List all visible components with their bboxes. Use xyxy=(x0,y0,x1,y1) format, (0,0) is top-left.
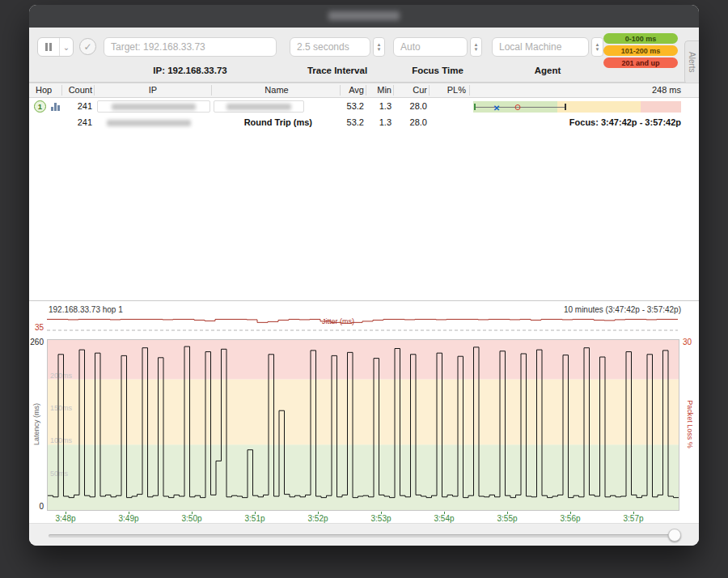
max-tick xyxy=(565,104,566,110)
column-divider xyxy=(469,85,470,96)
time-axis: 3:48p3:49p3:50p3:51p3:52p3:53p3:54p3:55p… xyxy=(47,512,678,524)
time-axis-label: 3:48p xyxy=(48,514,83,523)
desktop-background: ⌄ ✓ Target: 192.168.33.73 2.5 seconds ▲▼… xyxy=(0,0,728,578)
summary-avg: 53.2 xyxy=(341,117,364,127)
time-axis-label: 3:54p xyxy=(426,514,462,523)
summary-count: 241 xyxy=(63,117,92,127)
time-axis-label: 3:56p xyxy=(552,514,588,523)
hop-number-badge: 1 xyxy=(34,100,46,113)
hop-cur: 28.0 xyxy=(395,101,427,111)
toolbar: ⌄ ✓ Target: 192.168.33.73 2.5 seconds ▲▼… xyxy=(29,28,699,83)
time-axis-label: 3:57p xyxy=(616,514,651,523)
trace-interval-field[interactable]: 2.5 seconds xyxy=(290,37,370,57)
min-tick xyxy=(474,104,476,110)
packet-loss-axis-label: Packet Loss % xyxy=(686,400,694,448)
col-ip: IP xyxy=(97,85,209,95)
stepper-down-icon: ▼ xyxy=(474,47,479,52)
legend-green: 0-100 ms xyxy=(603,33,678,44)
jitter-line-chart xyxy=(47,317,678,334)
summary-cur: 28.0 xyxy=(395,117,427,127)
redacted-text xyxy=(112,104,196,110)
svg-text:50ms: 50ms xyxy=(50,470,69,478)
latency-legend: 0-100 ms 101-200 ms 201 and up xyxy=(603,33,678,68)
stepper-down-icon: ▼ xyxy=(377,47,382,52)
graph-time-range: 10 minutes (3:47:42p - 3:57:42p) xyxy=(564,305,681,314)
focus-time-stepper[interactable]: ▲▼ xyxy=(470,37,482,57)
col-name: Name xyxy=(214,85,340,95)
column-divider xyxy=(211,85,212,96)
time-axis-label: 3:53p xyxy=(363,514,399,523)
svg-text:200ms: 200ms xyxy=(50,372,73,380)
summary-min: 1.3 xyxy=(367,117,392,127)
col-count: Count xyxy=(63,85,92,95)
focus-time-label: Focus Time xyxy=(393,66,482,75)
svg-text:150ms: 150ms xyxy=(50,404,73,412)
check-icon: ✓ xyxy=(83,41,91,53)
packet-loss-max-label: 30 xyxy=(683,338,697,346)
svg-text:100ms: 100ms xyxy=(50,436,73,444)
round-trip-label: Round Trip (ms) xyxy=(214,117,312,127)
time-axis-label: 3:55p xyxy=(489,514,525,523)
pause-button-group: ⌄ xyxy=(37,37,74,57)
legend-yellow: 101-200 ms xyxy=(603,45,678,56)
hop-avg: 53.2 xyxy=(341,101,364,111)
time-axis-label: 3:50p xyxy=(174,514,210,523)
summary-ip-redacted xyxy=(107,120,191,126)
hop-latency-row-bar: ✕ xyxy=(473,101,681,113)
time-axis-label: 3:51p xyxy=(237,514,273,523)
column-divider xyxy=(429,85,430,96)
latency-line-chart: 50ms100ms150ms200ms xyxy=(48,340,679,510)
table-header: Hop Count IP Name Avg Min Cur PL% 248 ms xyxy=(29,83,699,98)
bar-chart-icon[interactable] xyxy=(51,103,60,111)
timeline-scrollbar-knob[interactable] xyxy=(668,529,681,542)
column-divider xyxy=(340,85,341,96)
col-avg: Avg xyxy=(341,85,364,95)
time-axis-label: 3:49p xyxy=(111,514,146,523)
round-trip-row[interactable]: 241 Round Trip (ms) 53.2 1.3 28.0 Focus:… xyxy=(29,115,699,131)
app-window: ⌄ ✓ Target: 192.168.33.73 2.5 seconds ▲▼… xyxy=(29,5,699,546)
window-titlebar[interactable] xyxy=(29,5,699,28)
focus-time-field[interactable]: Auto xyxy=(393,37,468,57)
hop-table-row[interactable]: 1 241 53.2 1.3 28.0 ✕ xyxy=(29,99,699,115)
hop-ip-redacted[interactable] xyxy=(97,100,210,113)
col-cur: Cur xyxy=(395,85,427,95)
column-divider xyxy=(393,85,394,96)
col-hop: Hop xyxy=(36,85,63,95)
target-input[interactable]: Target: 192.168.33.73 xyxy=(104,37,277,57)
timeline-scrollbar-area xyxy=(29,523,699,546)
cur-marker-x-icon: ✕ xyxy=(493,104,500,113)
timeline-scrollbar-track[interactable] xyxy=(49,534,679,538)
jitter-axis-label: 35 xyxy=(29,323,44,332)
latency-band-red xyxy=(641,101,681,113)
ip-label: IP: 192.168.33.73 xyxy=(104,66,277,75)
focus-range-label: Focus: 3:47:42p - 3:57:42p xyxy=(473,117,681,127)
trace-interval-stepper[interactable]: ▲▼ xyxy=(373,37,385,57)
redacted-text xyxy=(226,104,291,110)
legend-red: 201 and up xyxy=(603,57,678,68)
agent-label: Agent xyxy=(492,66,603,75)
hop-name-redacted[interactable] xyxy=(214,100,304,113)
jitter-graph xyxy=(47,317,678,334)
agent-field[interactable]: Local Machine xyxy=(492,37,589,57)
hop-min: 1.3 xyxy=(367,101,392,111)
chevron-down-icon: ⌄ xyxy=(63,43,70,52)
column-divider xyxy=(61,85,62,96)
graph-title: 192.168.33.73 hop 1 xyxy=(49,305,123,314)
agent-stepper[interactable]: ▲▼ xyxy=(591,37,603,57)
avg-marker-circle-icon xyxy=(515,104,521,110)
col-pl: PL% xyxy=(430,85,466,95)
column-divider xyxy=(366,85,366,96)
y-axis-min-label: 0 xyxy=(29,502,44,511)
timeline-graph-panel: 192.168.33.73 hop 1 10 minutes (3:47:42p… xyxy=(29,300,699,523)
jitter-series-label: Jitter (ms) xyxy=(322,317,354,325)
alerts-tab[interactable]: Alerts xyxy=(684,40,699,84)
hop-count: 241 xyxy=(63,101,92,111)
latency-scale-label: 248 ms xyxy=(473,85,681,95)
pause-button[interactable] xyxy=(38,38,60,56)
latency-band-yellow xyxy=(557,101,641,113)
time-axis-label: 3:52p xyxy=(300,514,336,523)
latency-timeline-chart[interactable]: 50ms100ms150ms200ms xyxy=(47,339,679,511)
column-divider xyxy=(94,85,95,96)
confirm-target-button[interactable]: ✓ xyxy=(79,38,96,55)
pause-dropdown-button[interactable]: ⌄ xyxy=(60,38,73,56)
